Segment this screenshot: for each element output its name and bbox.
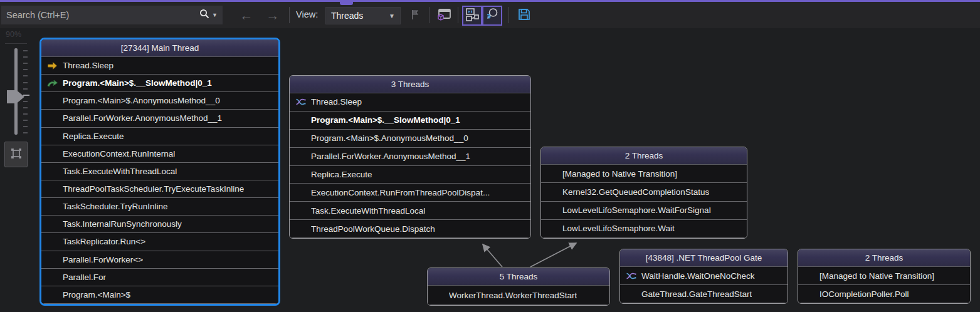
stack-frame[interactable]: TaskScheduler.TryRunInline bbox=[41, 198, 278, 216]
stack-frame[interactable]: Thread.Sleep bbox=[41, 57, 278, 75]
stack-frame[interactable]: Replica.Execute bbox=[41, 128, 278, 145]
stack-frames: Thread.SleepProgram.<Main>$.__SlowMethod… bbox=[290, 93, 530, 238]
frame-method-name: IOCompletionPoller.Poll bbox=[819, 289, 909, 299]
zoom-to-fit-button[interactable] bbox=[4, 142, 28, 167]
stack-frame[interactable]: ThreadPoolWorkQueue.Dispatch bbox=[290, 220, 530, 238]
active-frame-icon bbox=[41, 79, 63, 88]
zoom-tick bbox=[23, 88, 28, 90]
zoom-tick bbox=[23, 113, 28, 115]
stack-box-threadpool-gate[interactable]: [43848] .NET ThreadPool Gate WaitHandle.… bbox=[619, 249, 788, 304]
stack-frame[interactable]: IOCompletionPoller.Poll bbox=[798, 285, 970, 303]
frame-method-name: [Managed to Native Transition] bbox=[562, 169, 677, 179]
stack-frame[interactable]: Program.<Main>$.AnonymousMethod__0 bbox=[290, 130, 530, 148]
stack-frame[interactable]: Task.ExecuteWithThreadLocal bbox=[290, 202, 530, 220]
frame-method-name: Parallel.ForWorker<> bbox=[63, 255, 143, 264]
stacks-autoscroll-icon bbox=[465, 7, 480, 24]
stack-box-2-threads-io[interactable]: 2 Threads [Managed to Native Transition]… bbox=[540, 147, 747, 239]
stack-box-main-thread[interactable]: [27344] Main Thread Thread.SleepProgram.… bbox=[40, 38, 280, 306]
stack-box-header[interactable]: 3 Threads bbox=[290, 76, 530, 93]
stack-frame[interactable]: Parallel.ForWorker.AnonymousMethod__1 bbox=[290, 148, 530, 166]
frame-method-name: Thread.Sleep bbox=[311, 97, 362, 107]
stack-frame[interactable]: Task.ExecuteWithThreadLocal bbox=[41, 163, 278, 180]
zoom-tick bbox=[23, 56, 28, 58]
stack-frame[interactable]: LowLevelLifoSemaphore.Wait bbox=[541, 220, 747, 238]
search-dropdown-caret[interactable]: ▼ bbox=[212, 12, 218, 18]
stack-frame[interactable]: WorkerThread.WorkerThreadStart bbox=[428, 286, 609, 305]
search-box[interactable]: ▼ bbox=[1, 6, 223, 24]
stack-frames: Thread.SleepProgram.<Main>$.__SlowMethod… bbox=[41, 57, 278, 304]
stack-frame[interactable]: Parallel.ForWorker<> bbox=[41, 251, 278, 269]
window-drag-notch bbox=[340, 0, 353, 5]
stack-box-3-threads[interactable]: 3 Threads Thread.SleepProgram.<Main>$.__… bbox=[289, 75, 531, 239]
zoom-slider-thumb[interactable] bbox=[7, 90, 24, 103]
stack-frame[interactable]: TaskReplicator.Run<> bbox=[41, 233, 278, 251]
frame-method-name: Program.<Main>$.__SlowMethod|0_1 bbox=[63, 78, 212, 88]
frame-method-name: Parallel.For bbox=[63, 273, 106, 282]
save-icon bbox=[517, 7, 532, 24]
stack-box-header[interactable]: 5 Threads bbox=[428, 268, 609, 286]
frame-method-name: ExecutionContext.RunInternal bbox=[63, 149, 175, 159]
frame-method-name: WorkerThread.WorkerThreadStart bbox=[449, 291, 577, 300]
flag-icon bbox=[409, 8, 421, 23]
stack-frame[interactable]: WaitHandle.WaitOneNoCheck bbox=[620, 267, 788, 285]
stack-frame[interactable]: Replica.Execute bbox=[290, 166, 530, 184]
stack-frame[interactable]: ThreadPoolTaskScheduler.TryExecuteTaskIn… bbox=[41, 180, 278, 198]
stack-frame[interactable]: Program.<Main>$.AnonymousMethod__0 bbox=[41, 92, 278, 110]
save-diagram-button[interactable] bbox=[514, 6, 534, 26]
stack-box-header[interactable]: [43848] .NET ThreadPool Gate bbox=[620, 249, 788, 267]
frame-method-name: ExecutionContext.RunFromThreadPoolDispat… bbox=[311, 188, 490, 197]
frame-method-name: Thread.Sleep bbox=[63, 61, 113, 70]
method-view-icon bbox=[436, 7, 452, 24]
search-input[interactable] bbox=[1, 10, 199, 20]
frame-method-name: LowLevelLifoSemaphore.WaitForSignal bbox=[562, 205, 711, 215]
stack-box-title: 3 Threads bbox=[391, 80, 429, 89]
stack-frames: [Managed to Native Transition]Kernel32.G… bbox=[541, 165, 747, 238]
frame-method-name: Task.InternalRunSynchronously bbox=[63, 219, 182, 229]
toggle-method-view-button[interactable] bbox=[434, 6, 454, 26]
show-only-flagged-button[interactable] bbox=[405, 6, 425, 26]
zoom-tick bbox=[23, 63, 28, 64]
frame-method-name: Program.<Main>$ bbox=[63, 290, 130, 299]
navigate-back-button[interactable]: ← bbox=[237, 7, 256, 24]
zoom-magnifier-icon bbox=[485, 7, 500, 24]
search-glyphs[interactable]: ▼ bbox=[199, 8, 223, 22]
stack-frame[interactable]: Thread.Sleep bbox=[290, 93, 530, 112]
view-dropdown[interactable]: Threads ▼ bbox=[325, 7, 401, 24]
frame-method-name: [Managed to Native Transition] bbox=[819, 271, 934, 281]
stack-frame[interactable]: ExecutionContext.RunInternal bbox=[41, 145, 278, 163]
stack-frame[interactable]: Parallel.For bbox=[41, 269, 278, 286]
toolbar-separator bbox=[508, 7, 509, 23]
stack-frames: [Managed to Native Transition]IOCompleti… bbox=[798, 267, 970, 303]
stack-box-2-threads-poller[interactable]: 2 Threads [Managed to Native Transition]… bbox=[798, 249, 971, 304]
stack-box-header[interactable]: 2 Threads bbox=[798, 249, 970, 267]
stack-frame[interactable]: Program.<Main>$.__SlowMethod|0_1 bbox=[41, 75, 278, 92]
stack-frame[interactable]: ExecutionContext.RunFromThreadPoolDispat… bbox=[290, 184, 530, 202]
current-statement-icon bbox=[41, 61, 63, 70]
frame-method-name: Program.<Main>$.__SlowMethod|0_1 bbox=[311, 115, 460, 125]
stack-box-5-threads[interactable]: 5 Threads WorkerThread.WorkerThreadStart bbox=[427, 268, 610, 306]
stack-frame[interactable]: GateThread.GateThreadStart bbox=[620, 285, 788, 303]
zoom-tick bbox=[23, 82, 28, 83]
stack-box-header[interactable]: 2 Threads bbox=[541, 147, 747, 165]
autoscroll-to-current-frame-toggle[interactable] bbox=[462, 6, 482, 26]
stack-frame[interactable]: Parallel.ForWorker.AnonymousMethod__1 bbox=[41, 110, 278, 127]
toolbar-separator bbox=[289, 7, 290, 23]
stack-frame[interactable]: Program.<Main>$.__SlowMethod|0_1 bbox=[290, 112, 530, 130]
navigate-forward-button[interactable]: → bbox=[263, 7, 282, 24]
stack-frame[interactable]: Program.<Main>$ bbox=[41, 286, 278, 304]
frame-method-name: TaskScheduler.TryRunInline bbox=[63, 202, 168, 211]
stack-frame[interactable]: [Managed to Native Transition] bbox=[541, 165, 747, 183]
zoom-tick bbox=[23, 107, 28, 108]
zoom-level-label: 90% bbox=[6, 30, 21, 39]
stack-frame[interactable]: LowLevelLifoSemaphore.WaitForSignal bbox=[541, 202, 747, 220]
zoom-tick bbox=[23, 75, 28, 76]
toggle-zoom-control-button[interactable] bbox=[482, 6, 502, 26]
view-label: View: bbox=[296, 9, 318, 19]
frame-method-name: TaskReplicator.Run<> bbox=[63, 237, 145, 246]
stack-frame[interactable]: [Managed to Native Transition] bbox=[798, 267, 970, 285]
stack-box-header[interactable]: [27344] Main Thread bbox=[41, 39, 278, 57]
stack-frame[interactable]: Kernel32.GetQueuedCompletionStatus bbox=[541, 183, 747, 201]
stack-frame[interactable]: Task.InternalRunSynchronously bbox=[41, 216, 278, 233]
toolbar-separator bbox=[458, 7, 458, 23]
frame-method-name: GateThread.GateThreadStart bbox=[641, 289, 752, 299]
